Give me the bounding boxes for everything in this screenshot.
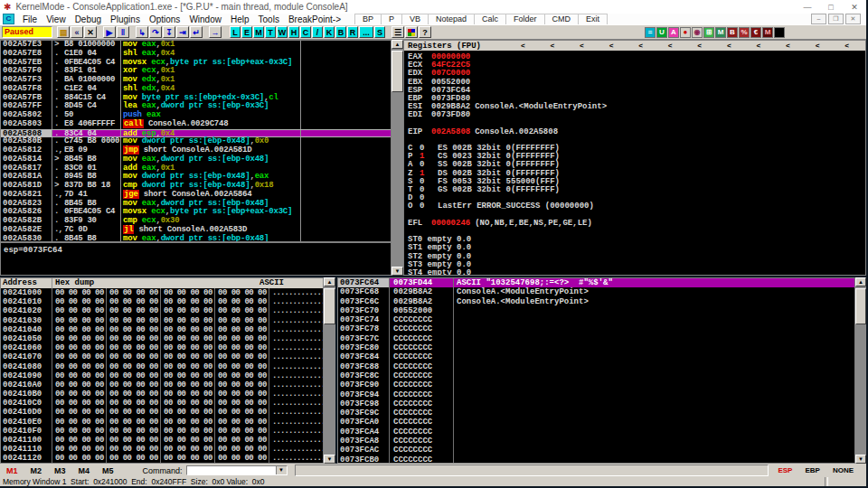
view-log-button[interactable]: L	[230, 26, 241, 38]
plugin-icon-8[interactable]: B	[727, 27, 738, 38]
stack-row[interactable]: 0073FC84CCCCCCCC	[338, 352, 854, 361]
dump-row[interactable]: 0024109000 00 00 0000 00 00 0000 00 00 0…	[1, 371, 323, 380]
stack-row[interactable]: 0073FC7000552000	[338, 306, 854, 315]
plugin-icon-11[interactable]: M	[762, 27, 773, 38]
highlight-toggle-none[interactable]: NONE	[833, 466, 854, 474]
menu-item-plugins[interactable]: Plugins	[106, 14, 145, 24]
scroll-thumb[interactable]	[324, 288, 335, 324]
menu-item-breakpoint[interactable]: BreakPoint->	[284, 14, 345, 24]
step-over-button[interactable]: ↷	[149, 26, 162, 38]
open-file-button[interactable]: ▤	[57, 26, 70, 38]
pause-button[interactable]: ‖	[117, 26, 129, 38]
stack-row[interactable]: 0073FCACCCCCCCCC	[338, 446, 854, 455]
view-cpu-button[interactable]: C	[300, 26, 311, 38]
scroll-down-icon[interactable]: ▼	[855, 455, 866, 464]
scroll-up-icon[interactable]: ▲	[324, 277, 335, 286]
breakpoint-list-button[interactable]: ☰	[392, 26, 404, 38]
scroll-thumb[interactable]	[392, 51, 403, 92]
disassembly-scrollbar[interactable]: ▲ ▼	[392, 40, 403, 276]
dump-row[interactable]: 0024107000 00 00 0000 00 00 0000 00 00 0…	[1, 352, 323, 361]
dump-row[interactable]: 002410E000 00 00 0000 00 00 0000 00 00 0…	[1, 418, 323, 427]
quick-button-p[interactable]: P	[382, 14, 402, 24]
plugin-icon-1[interactable]: =	[645, 27, 656, 38]
disasm-row[interactable]: 002A57EB.0FBE4C05 C4movsx ecx,byte ptr s…	[1, 59, 391, 68]
scroll-down-icon[interactable]: ▼	[324, 455, 335, 464]
go-back-button[interactable]: «	[71, 26, 83, 38]
stack-row[interactable]: 0073FC78CCCCCCCC	[338, 324, 854, 333]
view-runtrace-button[interactable]: ...	[359, 26, 373, 38]
quick-button-vb[interactable]: VB	[402, 14, 429, 24]
disasm-row[interactable]: 002A57E3>B8 01000000mov eax,0x1	[1, 41, 391, 50]
stack-row[interactable]: 0073FC90CCCCCCCC	[338, 380, 854, 389]
memory-tab-m4[interactable]: M4	[72, 466, 97, 475]
register-row[interactable]: O0LastErr ERROR_SUCCESS (00000000)	[408, 202, 865, 211]
stack-row[interactable]: 0073FC680029B8A2ConsoleA.<ModuleEntryPoi…	[338, 287, 854, 296]
menu-item-tools[interactable]: Tools	[254, 14, 284, 24]
trace-over-button[interactable]: ⇥	[176, 26, 189, 38]
window-close-button[interactable]: ✕	[843, 3, 866, 12]
until-return-button[interactable]: ↵	[190, 26, 203, 38]
plugin-icon-7[interactable]: M	[715, 27, 726, 38]
dump-row[interactable]: 002410D000 00 00 0000 00 00 0000 00 00 0…	[1, 408, 323, 417]
fpu-register-row[interactable]: ST1 empty 0.0	[408, 244, 865, 252]
menu-item-debug[interactable]: Debug	[71, 14, 106, 24]
stack-row[interactable]: 0073FCA4CCCCCCCC	[338, 427, 854, 436]
mdi-minimize-button[interactable]: –	[811, 14, 826, 24]
view-patches-button[interactable]: /	[312, 26, 323, 38]
menu-item-options[interactable]: Options	[145, 14, 184, 24]
scroll-track[interactable]	[392, 49, 403, 267]
view-threads-button[interactable]: T	[265, 26, 276, 38]
plugin-icon-4[interactable]: ●	[680, 27, 691, 38]
quick-button-folder[interactable]: Folder	[506, 14, 545, 24]
register-row[interactable]: T0GS 002B 32bit 0(FFFFFFFF)	[408, 186, 865, 194]
register-row[interactable]: EIP002A5808ConsoleA.002A5808	[408, 128, 865, 136]
mdi-restore-button[interactable]: ❐	[828, 14, 844, 24]
memory-tab-m5[interactable]: M5	[96, 466, 120, 475]
fpu-register-row[interactable]: ST4 empty 0.0	[408, 269, 865, 276]
disasm-row[interactable]: 002A5814>8B45 B8mov eax,dword ptr ss:[eb…	[1, 155, 391, 164]
fpu-register-row[interactable]: ST0 empty 0.0	[408, 236, 865, 244]
dump-row[interactable]: 0024108000 00 00 0000 00 00 0000 00 00 0…	[1, 362, 323, 371]
memory-tab-m3[interactable]: M3	[48, 466, 72, 475]
go-to-button[interactable]: →	[209, 26, 222, 38]
memory-tab-m1[interactable]: M1	[0, 466, 24, 475]
menu-item-window[interactable]: Window	[184, 14, 226, 24]
scroll-track[interactable]	[855, 286, 866, 455]
mdi-system-icon[interactable]: C	[3, 14, 14, 24]
disasm-row[interactable]: 002A57F0.83F1 01xor ecx,0x1	[1, 67, 391, 76]
view-references-button[interactable]: R	[347, 26, 358, 38]
plugin-icon-12[interactable]: ■	[774, 27, 785, 38]
dump-row[interactable]: 002410B000 00 00 0000 00 00 0000 00 00 0…	[1, 389, 323, 399]
disasm-row[interactable]: 002A57F3.BA 01000000mov edx,0x1	[1, 76, 391, 85]
fpu-register-row[interactable]: ST3 empty 0.0	[408, 261, 865, 269]
quick-button-exit[interactable]: Exit	[579, 14, 607, 24]
register-row[interactable]: EDX007C0000	[408, 70, 865, 78]
trace-into-button[interactable]: ↧	[163, 26, 175, 38]
plugin-icon-10[interactable]: €	[750, 27, 761, 38]
dump-row[interactable]: 0024104000 00 00 0000 00 00 0000 00 00 0…	[1, 325, 323, 334]
highlight-toggle-esp[interactable]: ESP	[778, 466, 792, 474]
scroll-up-icon[interactable]: ▲	[855, 277, 866, 286]
memory-tab-m2[interactable]: M2	[24, 466, 49, 475]
stack-row[interactable]: 0073FC80CCCCCCCC	[338, 343, 854, 352]
stack-row[interactable]: 0073FC6C0029B8A2ConsoleA.<ModuleEntryPoi…	[338, 297, 854, 306]
plugin-icon-3[interactable]: A	[668, 27, 679, 38]
fpu-register-row[interactable]: ST2 empty 0.0	[408, 253, 865, 261]
view-handles-button[interactable]: H	[288, 26, 299, 38]
quick-button-calc[interactable]: Calc	[475, 14, 506, 24]
stack-scrollbar[interactable]: ▲ ▼	[855, 277, 866, 464]
dump-row[interactable]: 0024100000 00 00 0000 00 00 0000 00 00 0…	[1, 288, 323, 297]
register-row[interactable]: ESP0073FC64	[408, 87, 865, 95]
dump-row[interactable]: 0024102000 00 00 0000 00 00 0000 00 00 0…	[1, 306, 323, 315]
dump-row[interactable]: 0024112000 00 00 0000 00 00 0000 00 00 0…	[1, 454, 323, 463]
run-button[interactable]: ▶	[103, 26, 116, 38]
plugin-icon-9[interactable]: %	[739, 27, 750, 38]
command-combobox[interactable]: ▼	[186, 465, 288, 475]
dump-row[interactable]: 002410A000 00 00 0000 00 00 0000 00 00 0…	[1, 380, 323, 389]
menu-item-file[interactable]: File	[18, 14, 42, 24]
mdi-close-button[interactable]: ✕	[845, 14, 861, 24]
stack-row[interactable]: 0073FC7CCCCCCCCC	[338, 334, 854, 343]
scroll-down-icon[interactable]: ▼	[392, 267, 403, 276]
options-button[interactable]	[405, 26, 418, 38]
help-button[interactable]: ?	[419, 26, 431, 38]
